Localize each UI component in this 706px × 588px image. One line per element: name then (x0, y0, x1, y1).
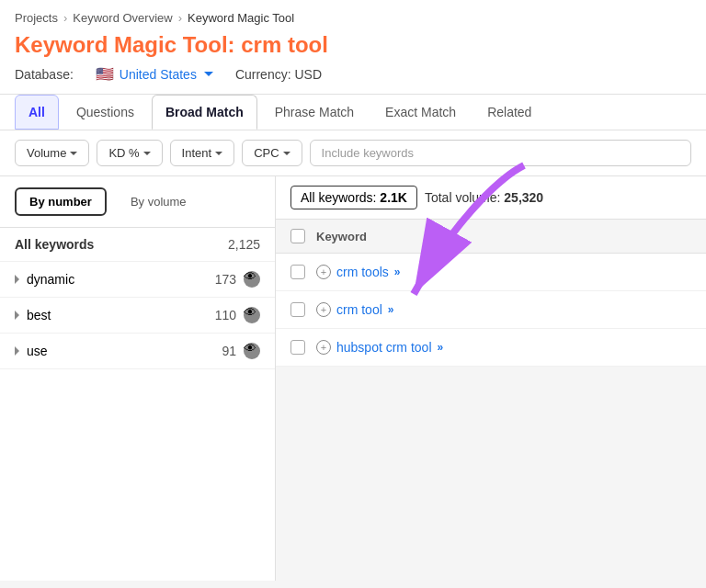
add-keyword-icon-1[interactable]: + (316, 265, 331, 279)
database-label: Database: (15, 67, 74, 82)
breadcrumb: Projects › Keyword Overview › Keyword Ma… (15, 11, 691, 25)
keywords-summary-box: All keywords: 2.1K (290, 186, 417, 209)
volume-chevron-icon (70, 152, 77, 155)
tab-questions[interactable]: Questions (63, 95, 148, 130)
cpc-chevron-icon (283, 152, 290, 155)
kd-filter[interactable]: KD % (97, 140, 162, 166)
database-country: United States (120, 67, 197, 82)
content-header: All keywords: 2.1K Total volume: 25,320 (276, 176, 706, 220)
keyword-label-3[interactable]: hubspot crm tool (336, 340, 432, 355)
keyword-text-3: + hubspot crm tool » (316, 340, 443, 355)
sidebar-all-keywords-count: 2,125 (228, 237, 260, 252)
keyword-checkbox-3[interactable] (290, 340, 305, 355)
breadcrumb-projects[interactable]: Projects (15, 11, 58, 25)
select-all-checkbox[interactable] (290, 229, 305, 243)
by-volume-button[interactable]: By volume (118, 189, 199, 214)
content-area: All keywords: 2.1K Total volume: 25,320 … (276, 176, 706, 581)
intent-chevron-icon (215, 152, 222, 155)
filters-bar: Volume KD % Intent CPC Include keywords (0, 130, 706, 176)
sidebar-header: By number By volume (0, 176, 275, 228)
volume-filter[interactable]: Volume (15, 140, 89, 166)
currency-label: Currency: USD (235, 67, 322, 82)
keyword-label-2[interactable]: crm tool (336, 302, 382, 317)
chevron-right-icon[interactable] (15, 346, 19, 356)
eye-icon[interactable] (244, 307, 260, 323)
keyword-column-header: Keyword (316, 230, 367, 243)
kd-chevron-icon (143, 152, 151, 155)
sidebar-group-label: best (27, 308, 51, 322)
breadcrumb-keyword-overview[interactable]: Keyword Overview (73, 11, 172, 25)
database-chevron-icon (204, 72, 213, 76)
cpc-filter[interactable]: CPC (242, 140, 302, 166)
breadcrumb-keyword-magic-tool: Keyword Magic Tool (188, 11, 294, 25)
total-volume: Total volume: 25,320 (425, 190, 543, 205)
double-chevron-icon-2[interactable]: » (388, 303, 394, 316)
sidebar-group-best[interactable]: best 110 (0, 298, 275, 334)
all-keywords-label: All keywords: (301, 190, 376, 205)
sidebar-group-count: 91 (222, 344, 236, 358)
keyword-row: + crm tools » (276, 254, 706, 291)
sidebar: By number By volume All keywords 2,125 d… (0, 176, 276, 581)
keyword-row: + crm tool » (276, 291, 706, 329)
cpc-filter-label: CPC (254, 146, 279, 160)
tab-phrase-match[interactable]: Phrase Match (261, 95, 368, 130)
by-number-button[interactable]: By number (15, 187, 107, 216)
tab-related[interactable]: Related (473, 95, 545, 130)
chevron-right-icon[interactable] (15, 275, 19, 284)
tab-all[interactable]: All (15, 95, 59, 130)
sidebar-all-keywords-row: All keywords 2,125 (0, 228, 275, 262)
chevron-right-icon[interactable] (15, 311, 19, 320)
page-title: Keyword Magic Tool: crm tool (15, 32, 691, 58)
keyword-checkbox-1[interactable] (290, 265, 305, 279)
sidebar-group-dynamic[interactable]: dynamic 173 (0, 262, 275, 298)
keyword-checkbox-2[interactable] (290, 302, 305, 317)
keyword-row: + hubspot crm tool » (276, 329, 706, 367)
sidebar-group-count: 173 (215, 272, 236, 287)
sidebar-group-count: 110 (215, 308, 236, 322)
tab-exact-match[interactable]: Exact Match (371, 95, 470, 130)
double-chevron-icon-1[interactable]: » (394, 266, 401, 278)
us-flag-icon: 🇺🇸 (96, 65, 114, 83)
sidebar-group-label: use (27, 344, 48, 358)
database-selector[interactable]: 🇺🇸 United States (96, 65, 213, 83)
eye-icon[interactable] (244, 343, 260, 359)
keyword-label-1[interactable]: crm tools (336, 265, 389, 279)
kd-filter-label: KD % (108, 146, 139, 160)
database-row: Database: 🇺🇸 United States Currency: USD (15, 65, 691, 94)
add-keyword-icon-3[interactable]: + (316, 340, 331, 355)
sidebar-group-use[interactable]: use 91 (0, 334, 275, 369)
keyword-text-1: + crm tools » (316, 265, 400, 279)
intent-filter[interactable]: Intent (170, 140, 235, 166)
tabs-bar: All Questions Broad Match Phrase Match E… (0, 95, 706, 130)
tab-broad-match[interactable]: Broad Match (152, 95, 257, 130)
double-chevron-icon-3[interactable]: » (438, 341, 444, 354)
eye-icon[interactable] (244, 271, 260, 288)
intent-filter-label: Intent (182, 146, 212, 160)
main-area: By number By volume All keywords 2,125 d… (0, 176, 706, 581)
all-keywords-count: 2.1K (380, 190, 407, 205)
include-keywords-input[interactable]: Include keywords (310, 140, 691, 166)
keyword-table-header: Keyword (276, 220, 706, 254)
volume-filter-label: Volume (27, 146, 66, 160)
sidebar-group-label: dynamic (27, 272, 74, 287)
sidebar-all-keywords-label: All keywords (15, 237, 94, 252)
keyword-text-2: + crm tool » (316, 302, 393, 317)
add-keyword-icon-2[interactable]: + (316, 302, 331, 317)
